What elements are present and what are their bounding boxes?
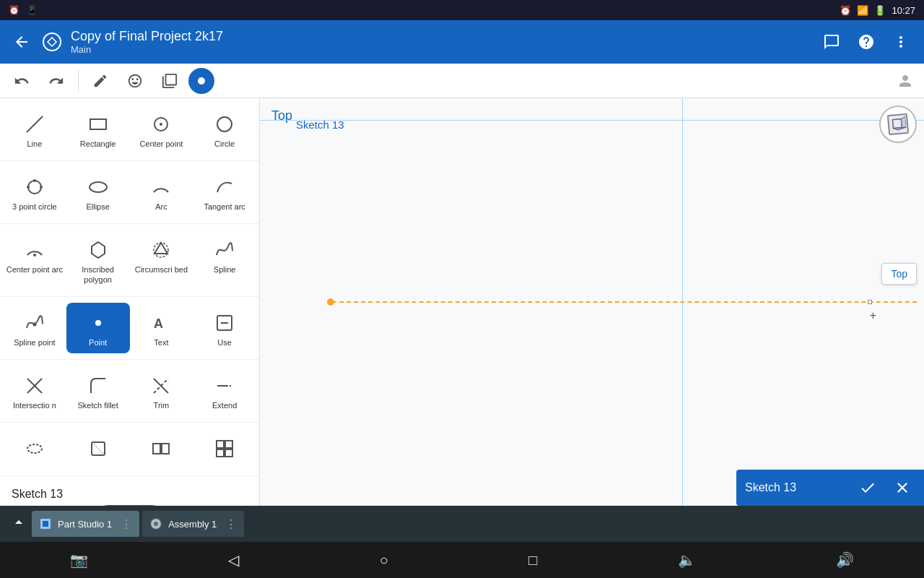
tab-assembly-more[interactable]: ⋮ bbox=[225, 517, 237, 531]
sketch-cancel-button[interactable] bbox=[889, 475, 915, 501]
extend-icon bbox=[212, 373, 237, 399]
svg-rect-35 bbox=[217, 449, 224, 457]
tool-circumscribed[interactable]: Circumscri bed bbox=[130, 230, 193, 290]
tool-extend[interactable]: Extend bbox=[193, 366, 256, 416]
tool-inscribed-polygon[interactable]: Inscribed polygon bbox=[66, 230, 130, 290]
point-icon bbox=[85, 310, 111, 336]
header-title: Copy of Final Project 2k17 Main bbox=[71, 29, 817, 55]
nav-vol-down[interactable]: 🔈 bbox=[678, 551, 696, 569]
tool-3pt-circle[interactable]: 3 point circle bbox=[3, 167, 66, 217]
svg-rect-34 bbox=[225, 441, 232, 448]
sketch-plus-icon: + bbox=[870, 309, 876, 322]
nav-camera[interactable]: 📷 bbox=[70, 551, 88, 569]
sketch-dashed-line bbox=[332, 301, 917, 303]
svg-point-28 bbox=[27, 444, 42, 453]
svg-rect-41 bbox=[43, 521, 48, 527]
nav-home[interactable]: ○ bbox=[380, 552, 388, 569]
canvas-area[interactable]: Top Sketch 13 + Top Sketch 13 bbox=[260, 98, 924, 506]
tools-grid-row4: Spline point Point A Tex bbox=[0, 297, 259, 360]
nav-recents[interactable]: □ bbox=[528, 552, 537, 569]
select-tool-button[interactable] bbox=[154, 66, 186, 95]
pen-tool-button[interactable] bbox=[84, 66, 116, 95]
rectangle-icon bbox=[85, 111, 111, 137]
project-subtitle: Main bbox=[71, 44, 817, 55]
sketch-confirm-button[interactable] bbox=[855, 475, 881, 501]
text-icon: A bbox=[148, 310, 174, 336]
tool-line[interactable]: Line bbox=[3, 104, 66, 155]
trim-label: Trim bbox=[154, 401, 170, 410]
line-label: Line bbox=[27, 139, 42, 149]
tool-tangent-arc[interactable]: Tangent arc bbox=[193, 167, 256, 217]
undo-button[interactable] bbox=[6, 66, 38, 95]
battery-icon: 🔋 bbox=[874, 5, 886, 16]
view-top-label[interactable]: Top bbox=[881, 263, 917, 285]
clock: 10:27 bbox=[892, 5, 915, 16]
tool-spline[interactable]: Spline bbox=[193, 230, 256, 290]
left-panel: Line Rectangle Center point bbox=[0, 98, 260, 506]
extend-label: Extend bbox=[212, 401, 237, 410]
help-button[interactable] bbox=[852, 27, 881, 56]
wifi-icon: 📶 bbox=[857, 5, 868, 16]
inscribed-polygon-icon bbox=[85, 237, 111, 263]
tab-assembly[interactable]: Assembly 1 ⋮ bbox=[142, 511, 244, 537]
ellipse-label: Ellipse bbox=[86, 202, 109, 212]
app-icon bbox=[39, 29, 65, 55]
more1-icon bbox=[22, 436, 48, 462]
tool-more-1[interactable] bbox=[3, 428, 66, 470]
svg-point-8 bbox=[27, 186, 30, 189]
tool-more-4[interactable] bbox=[193, 428, 256, 470]
tab-part-studio-more[interactable]: ⋮ bbox=[121, 517, 132, 531]
back-button[interactable] bbox=[9, 29, 35, 55]
tab-arrow-up[interactable] bbox=[6, 512, 29, 535]
tool-arc[interactable]: Arc bbox=[130, 167, 193, 217]
tool-more-2[interactable] bbox=[66, 428, 130, 470]
more2-icon bbox=[85, 436, 111, 462]
sketch-fillet-icon bbox=[85, 373, 111, 399]
svg-line-30 bbox=[92, 442, 105, 455]
sketch-point-left bbox=[327, 298, 334, 306]
svg-rect-31 bbox=[153, 444, 160, 454]
tool-more-3[interactable] bbox=[130, 428, 193, 470]
arc-label: Arc bbox=[155, 202, 167, 212]
tool-spline-point[interactable]: Spline point bbox=[3, 303, 66, 353]
tool-circle[interactable]: Circle bbox=[193, 104, 256, 155]
svg-point-0 bbox=[43, 33, 61, 51]
line-icon bbox=[22, 111, 48, 137]
tool-center-point[interactable]: Center point bbox=[130, 104, 193, 155]
tangent-arc-icon bbox=[212, 174, 237, 200]
tool-intersection[interactable]: Intersectio n bbox=[3, 366, 66, 416]
android-nav-bar: 📷 ◁ ○ □ 🔈 🔊 bbox=[0, 542, 924, 578]
tool-sketch-fillet[interactable]: Sketch fillet bbox=[66, 366, 130, 416]
tangent-arc-label: Tangent arc bbox=[204, 202, 245, 212]
svg-point-43 bbox=[154, 522, 158, 526]
active-tool-button[interactable] bbox=[188, 68, 214, 94]
tools-grid-row1: Line Rectangle Center point bbox=[0, 98, 259, 161]
account-button[interactable] bbox=[892, 68, 918, 94]
tool-text[interactable]: A Text bbox=[130, 303, 193, 353]
svg-text:A: A bbox=[154, 316, 163, 331]
view-cube-3d bbox=[887, 113, 909, 135]
tool-point[interactable]: Point bbox=[66, 303, 130, 353]
circle-label: Circle bbox=[214, 139, 235, 149]
header-actions bbox=[817, 27, 915, 56]
tool-rectangle[interactable]: Rectangle bbox=[66, 104, 130, 155]
tool-center-pt-arc[interactable]: Center point arc bbox=[3, 230, 66, 290]
more-options-button[interactable] bbox=[886, 27, 915, 56]
tab-part-studio[interactable]: Part Studio 1 ⋮ bbox=[32, 511, 139, 537]
tool-trim[interactable]: Trim bbox=[130, 366, 193, 416]
emoji-tool-button[interactable] bbox=[119, 66, 151, 95]
tool-use[interactable]: Use bbox=[193, 303, 256, 353]
redo-button[interactable] bbox=[40, 66, 72, 95]
spline-point-label: Spline point bbox=[14, 338, 56, 348]
tools-grid-row2: 3 point circle Ellipse Arc bbox=[0, 161, 259, 224]
rectangle-label: Rectangle bbox=[80, 139, 116, 149]
3pt-circle-icon bbox=[22, 174, 48, 200]
tool-ellipse[interactable]: Ellipse bbox=[66, 167, 130, 217]
nav-vol-up[interactable]: 🔊 bbox=[836, 551, 854, 569]
nav-back[interactable]: ◁ bbox=[228, 551, 239, 569]
svg-point-18 bbox=[97, 322, 100, 324]
view-cube[interactable] bbox=[879, 105, 917, 143]
svg-point-9 bbox=[40, 186, 43, 189]
center-point-icon bbox=[148, 111, 174, 137]
chat-button[interactable] bbox=[817, 27, 846, 56]
